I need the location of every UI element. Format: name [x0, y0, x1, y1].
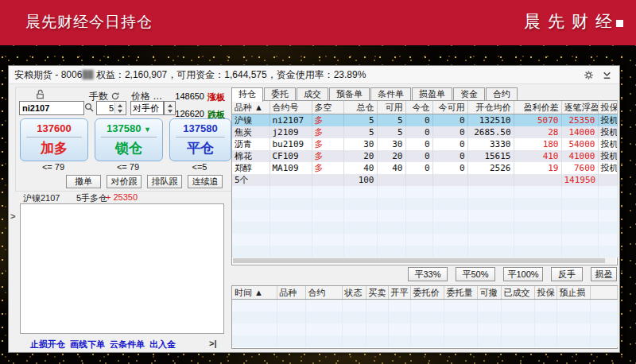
column-header[interactable]: 逐笔浮盈 — [561, 101, 598, 114]
banner-title: 晨先财经今日持仓 — [25, 12, 153, 33]
column-header[interactable]: 状态 — [342, 286, 366, 300]
empty-row — [232, 186, 617, 198]
empty-row — [232, 222, 617, 234]
price-spin-buttons[interactable] — [165, 103, 175, 114]
limit-up-label: 涨板 — [207, 91, 225, 103]
empty-row — [232, 323, 617, 335]
empty-row — [232, 198, 617, 210]
broker-name: 安粮期货 — [14, 69, 52, 80]
lock-position-button[interactable]: 137580 ▼ 锁仓 — [95, 118, 163, 161]
panel-collapse-arrow[interactable]: > — [10, 211, 15, 221]
summary-row: 5个100141950 — [232, 174, 617, 186]
column-header[interactable]: 可撤 — [477, 286, 501, 300]
limit-up-value: 148650 — [175, 91, 204, 103]
account-stats: 权益：2,160,907，可用资金：1,644,575，资金使用率：23.89% — [96, 69, 366, 80]
tab-pre-orders[interactable]: 预备单 — [329, 87, 370, 101]
tab-funds[interactable]: 资金 — [453, 87, 485, 101]
chase-order-button[interactable]: 连续追 — [188, 175, 223, 188]
lots-stepper[interactable]: 5 — [96, 101, 126, 115]
column-header[interactable]: 盈利价差 — [514, 101, 561, 114]
horizontal-scrollbar[interactable] — [233, 258, 616, 264]
brand-logo: 晨先财经 — [524, 10, 623, 33]
funds-transfer-link[interactable]: 出入金 — [149, 339, 176, 350]
close-50-button[interactable]: 平50% — [456, 267, 495, 281]
column-header[interactable]: 今仓 — [405, 101, 432, 114]
panel-expand-icon[interactable]: >| — [209, 339, 217, 348]
unlock-icon[interactable] — [35, 89, 45, 99]
column-header[interactable]: 投保 — [534, 286, 556, 300]
price-mode-select[interactable]: 对手价 — [130, 101, 164, 115]
column-header[interactable]: 可用 — [377, 101, 405, 114]
empty-row — [232, 234, 617, 246]
banner: 晨先财经今日持仓 晨先财经 — [0, 0, 636, 45]
positions-table-container: 品种 ▲合约号多空总仓可用今仓今可用开仓均价盈利价差逐笔浮盈投保沪镍ni2107… — [231, 100, 618, 265]
line-draw-order-link[interactable]: 画线下单 — [70, 339, 105, 350]
orders-table-container: 时间 ▲品种合约状态买卖开平委托价委托量可撤已成交投保预止损 — [231, 285, 618, 349]
tab-contracts[interactable]: 合约 — [486, 87, 518, 101]
column-header[interactable]: 合约 — [305, 286, 342, 300]
tab-condition-orders[interactable]: 条件单 — [370, 87, 411, 101]
column-header[interactable]: 买卖 — [366, 286, 388, 300]
position-row[interactable]: 郑醇MA109多4040002526197600投机 — [232, 162, 617, 174]
column-header[interactable]: 预止损 — [556, 286, 590, 300]
account-number: 8006 — [61, 69, 83, 80]
close-action-buttons: 平33%平50%平100%反手损盈 — [408, 267, 617, 281]
gear-icon[interactable] — [584, 70, 594, 80]
positions-header-row: 品种 ▲合约号多空总仓可用今仓今可用开仓均价盈利价差逐笔浮盈投保 — [232, 101, 617, 114]
close-hint: <=5 — [169, 162, 230, 172]
orders-header-row: 时间 ▲品种合约状态买卖开平委托价委托量可撤已成交投保预止损 — [232, 286, 617, 300]
bottom-links: 止损开仓画线下单云条件单出入金 — [30, 339, 176, 350]
collapse-window-icon[interactable] — [602, 70, 612, 80]
follow-price-button[interactable]: 对价跟 — [107, 175, 142, 188]
add-long-hint: <= 79 — [20, 162, 87, 172]
column-header[interactable]: 时间 ▲ — [232, 286, 277, 300]
lock-hint: <= 79 — [95, 162, 161, 172]
column-header[interactable]: 开平 — [388, 286, 410, 300]
position-pnl: + 25350 — [106, 192, 138, 202]
queue-follow-button[interactable]: 排队跟 — [147, 175, 182, 188]
empty-row — [232, 210, 617, 222]
tab-entrust[interactable]: 委托 — [264, 87, 296, 101]
position-lots: 5手多仓 — [76, 192, 107, 204]
position-row[interactable]: 沪镍ni2107多5500132510507025350投机 — [232, 114, 617, 127]
column-header[interactable]: 今可用 — [432, 101, 467, 114]
column-header[interactable]: 多空 — [312, 101, 343, 114]
close-100-button[interactable]: 平100% — [503, 267, 543, 281]
column-header-spacer — [590, 286, 617, 300]
positions-panel: 持仓委托成交预备单条件单损盈单资金合约 品种 ▲合约号多空总仓可用今仓今可用开仓… — [231, 87, 618, 349]
close-33-button[interactable]: 平33% — [408, 267, 448, 281]
cloud-condition-order-link[interactable]: 云条件单 — [110, 339, 145, 350]
orders-table[interactable]: 时间 ▲品种合约状态买卖开平委托价委托量可撤已成交投保预止损 — [232, 286, 618, 347]
position-row[interactable]: 棉花CF109多2020001561541041000投机 — [232, 150, 617, 162]
column-header[interactable]: 品种 ▲ — [232, 101, 270, 114]
column-header[interactable]: 总仓 — [343, 101, 377, 114]
positions-table[interactable]: 品种 ▲合约号多空总仓可用今仓今可用开仓均价盈利价差逐笔浮盈投保沪镍ni2107… — [232, 101, 618, 258]
column-header[interactable]: 委托价 — [410, 286, 444, 300]
scrollbar-thumb[interactable] — [233, 258, 605, 263]
price-stepper[interactable] — [164, 101, 176, 115]
loop-icon[interactable] — [111, 91, 120, 101]
column-header[interactable]: 委托量 — [444, 286, 477, 300]
add-long-button[interactable]: 137600 加多 — [20, 118, 88, 161]
lots-spin-buttons[interactable] — [114, 103, 125, 114]
tab-positions[interactable]: 持仓 — [231, 87, 263, 102]
position-row[interactable]: 沥青bu2109多303000333018054000投机 — [232, 138, 617, 150]
column-header[interactable]: 投保 — [598, 101, 617, 114]
column-header[interactable]: 品种 — [277, 286, 305, 300]
contract-input[interactable]: ni2107 — [19, 101, 84, 115]
reverse-button[interactable]: 反手 — [551, 267, 583, 281]
column-header[interactable]: 已成交 — [501, 286, 534, 300]
stop-loss-open-link[interactable]: 止损开仓 — [30, 339, 65, 350]
search-icon[interactable] — [84, 103, 95, 113]
cancel-order-button[interactable]: 撤单 — [66, 175, 101, 188]
tab-stop-profit-orders[interactable]: 损盈单 — [412, 87, 452, 101]
position-row[interactable]: 焦炭j2109多55002685.502814000投机 — [232, 126, 617, 138]
column-header[interactable]: 开仓均价 — [467, 101, 514, 114]
tab-fills[interactable]: 成交 — [297, 87, 328, 101]
window-title: 安粮期货 - 8006██ 权益：2,160,907，可用资金：1,644,57… — [14, 66, 366, 84]
account-masked: ██ — [82, 66, 93, 83]
stop-profit-button[interactable]: 损盈 — [591, 267, 617, 281]
column-header[interactable]: 合约号 — [270, 101, 312, 114]
close-position-button[interactable]: 137580 平仓 — [169, 118, 231, 161]
position-contract: 沪镍2107 — [23, 192, 60, 204]
